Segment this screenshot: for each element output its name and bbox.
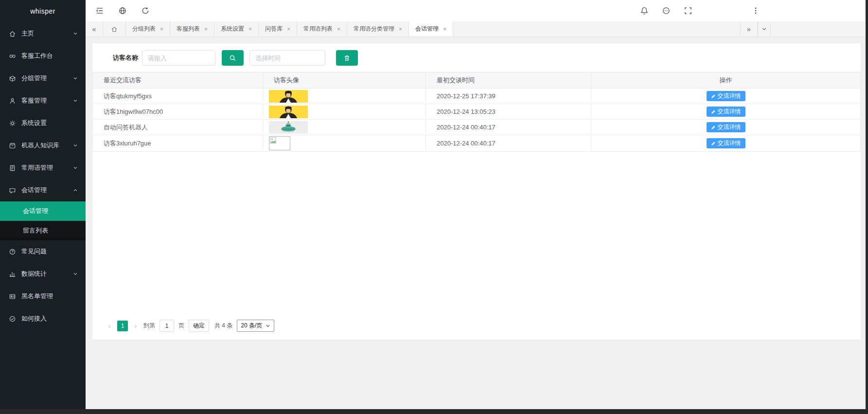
chevron-down-icon [266, 324, 270, 328]
close-icon[interactable]: × [443, 26, 446, 32]
robot-kb-icon [9, 142, 16, 149]
search-button[interactable] [222, 50, 244, 66]
sidebar-item-agent-management[interactable]: 客服管理 [0, 90, 86, 112]
chat-detail-label: 交流详情 [718, 92, 741, 100]
first-talk-time-cell: 2020-12-24 13:05:23 [426, 104, 591, 120]
tabs-dropdown-button[interactable] [758, 21, 771, 36]
window-bottom-edge [0, 409, 868, 414]
topbar-left-icons [95, 6, 150, 15]
submenu-item-label: 留言列表 [23, 226, 48, 235]
sessions-table: 最近交流访客 访客头像 最初交谈时间 操作 访客qtukmyf5gxs [92, 72, 861, 152]
chat-detail-label: 交流详情 [718, 139, 741, 147]
bell-icon[interactable] [640, 6, 649, 15]
page-size-select[interactable]: 20 条/页 [237, 320, 274, 332]
tabs-scroll-left-button[interactable]: « [86, 21, 103, 36]
globe-icon[interactable] [118, 6, 127, 15]
visitor-avatar-cell [263, 89, 426, 104]
trash-icon [343, 54, 351, 62]
sidebar-item-session-management[interactable]: 会话管理 [0, 179, 86, 201]
tab-group-list[interactable]: 分组列表 × [126, 21, 170, 36]
goto-page-input[interactable] [159, 320, 174, 332]
session-icon [9, 187, 16, 194]
group-icon [9, 75, 16, 82]
time-range-input[interactable] [249, 50, 325, 66]
submenu-item-label: 会话管理 [23, 207, 48, 216]
total-count-label: 共 4 条 [214, 322, 232, 330]
sidebar-item-how-to-access[interactable]: 如何接入 [0, 307, 86, 330]
person-avatar [269, 90, 308, 103]
sidebar-item-label: 黑名单管理 [21, 292, 78, 301]
tab-session-management[interactable]: 会话管理 × [409, 21, 453, 36]
current-page-button[interactable]: 1 [117, 321, 128, 331]
close-icon[interactable]: × [399, 26, 402, 32]
settings-icon [9, 120, 16, 127]
content-area: 访客名称 最近交流访客 [86, 37, 868, 409]
tab-label: 系统设置 [221, 25, 244, 33]
chevron-down-icon [73, 271, 78, 276]
first-talk-time-cell: 2020-12-24 00:40:17 [426, 120, 591, 135]
chat-detail-button[interactable]: 交流详情 [707, 122, 745, 132]
tabbar-spacer [453, 21, 740, 36]
table-row: 访客qtukmyf5gxs [93, 89, 861, 104]
prev-page-button[interactable]: ‹ [106, 322, 113, 330]
sidebar-item-home[interactable]: 主页 [0, 22, 86, 45]
close-icon[interactable]: × [337, 26, 340, 32]
tab-label: 会话管理 [415, 25, 439, 33]
search-icon [229, 54, 236, 62]
app-window: whisper 主页 客服工作台 [0, 0, 868, 409]
tab-home[interactable] [103, 21, 126, 36]
tab-system-settings[interactable]: 系统设置 × [214, 21, 259, 36]
sidebar-item-robot-knowledge[interactable]: 机器人知识库 [0, 134, 86, 157]
sidebar-item-faq[interactable]: 常见问题 [0, 240, 86, 263]
table-row: 访客1higwi9w07hc00 [93, 104, 861, 120]
close-icon[interactable]: × [160, 26, 163, 32]
chat-detail-button[interactable]: 交流详情 [707, 138, 745, 148]
broken-image-icon [269, 136, 290, 150]
chat-detail-button[interactable]: 交流详情 [707, 91, 745, 101]
actions-cell: 交流详情 [591, 89, 861, 104]
actions-cell: 交流详情 [591, 135, 861, 152]
submenu-item-message-list[interactable]: 留言列表 [0, 221, 86, 240]
table-row: 访客3xluruh7gue 2020-12-24 00:40:17 [93, 135, 861, 152]
header-recent-visitor: 最近交流访客 [93, 72, 263, 89]
close-icon[interactable]: × [248, 26, 252, 32]
page-unit-label: 页 [178, 322, 184, 330]
tabs-scroll-right-button[interactable]: » [740, 21, 758, 36]
chevron-down-icon [73, 98, 78, 103]
sidebar-item-workbench[interactable]: 客服工作台 [0, 45, 86, 67]
chevron-down-icon [73, 143, 78, 148]
sidebar-item-statistics[interactable]: 数据统计 [0, 263, 86, 285]
fullscreen-icon[interactable] [684, 6, 692, 15]
visitor-name-cell: 自动问答机器人 [93, 120, 263, 135]
chevron-down-icon [73, 76, 78, 81]
sidebar-item-system-settings[interactable]: 系统设置 [0, 112, 86, 134]
message-icon[interactable] [662, 6, 671, 15]
visitor-name-input[interactable] [142, 50, 215, 66]
sidebar-item-blacklist[interactable]: 黑名单管理 [0, 285, 86, 307]
close-icon[interactable]: × [287, 26, 290, 32]
next-page-button[interactable]: › [132, 322, 139, 330]
close-icon[interactable]: × [204, 26, 208, 32]
tab-phrases-list[interactable]: 常用语列表 × [297, 21, 347, 36]
sidebar-item-label: 系统设置 [21, 119, 78, 127]
topbar-right-icons [640, 6, 760, 15]
tab-qa-library[interactable]: 问答库 × [259, 21, 297, 36]
tab-agent-list[interactable]: 客服列表 × [170, 21, 214, 36]
sidebar-item-group-management[interactable]: 分组管理 [0, 67, 86, 90]
collapse-sidebar-icon[interactable] [95, 6, 104, 15]
more-menu-icon[interactable] [751, 6, 760, 15]
visitor-name-label: 访客名称 [113, 54, 138, 62]
tab-label: 常用语分类管理 [354, 25, 394, 33]
delete-button[interactable] [336, 50, 358, 66]
visitor-name-cell: 访客3xluruh7gue [93, 135, 263, 152]
confirm-page-button[interactable]: 确定 [189, 320, 209, 332]
submenu-item-session-management[interactable]: 会话管理 [0, 201, 86, 221]
refresh-icon[interactable] [141, 6, 150, 15]
chat-detail-button[interactable]: 交流详情 [707, 107, 745, 117]
topbar [86, 0, 868, 21]
pencil-icon [711, 109, 716, 114]
page-size-label: 20 条/页 [241, 322, 262, 330]
tab-phrase-category-management[interactable]: 常用语分类管理 × [347, 21, 409, 36]
sidebar-item-phrases-management[interactable]: 常用语管理 [0, 157, 86, 179]
table-row: 自动问答机器人 [93, 120, 861, 135]
